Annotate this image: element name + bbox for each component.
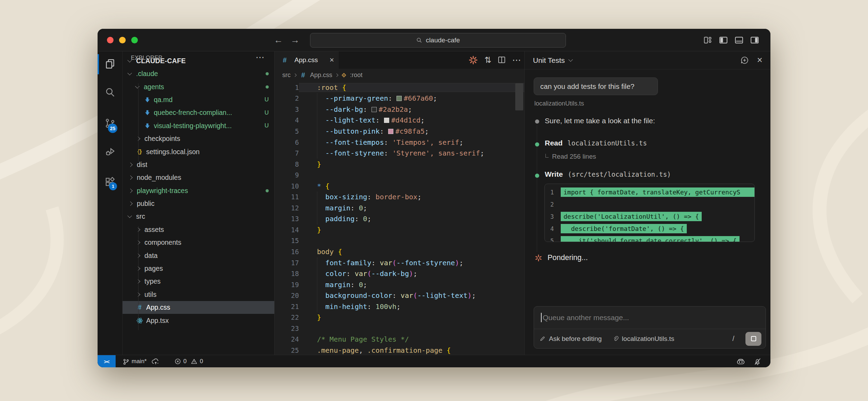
tree-item[interactable]: data: [123, 249, 274, 262]
scrollbar-slider[interactable]: [515, 83, 523, 110]
back-arrow-icon[interactable]: ←: [274, 34, 283, 46]
write-tool-call[interactable]: Write (src/test/localization.ts): [545, 170, 671, 178]
claude-code-icon[interactable]: [468, 55, 478, 65]
line-number: 3: [275, 106, 299, 113]
publish-changes-icon[interactable]: [152, 358, 158, 365]
breadcrumb[interactable]: src # App.css :root: [275, 69, 525, 81]
chevron-right-icon: [128, 162, 133, 167]
tree-item-label: checkpoints: [144, 135, 180, 143]
stop-button[interactable]: [745, 332, 761, 346]
tree-item[interactable]: {}settings.local.json: [123, 145, 274, 158]
chat-title[interactable]: Unit Tests: [533, 56, 565, 65]
tree-item[interactable]: pages: [123, 262, 274, 275]
activity-bar: 25 1: [98, 51, 123, 355]
attached-file-chip[interactable]: localizationUtils.ts: [613, 335, 674, 343]
attached-file-label[interactable]: localizationUtils.ts: [534, 100, 584, 107]
run-debug-icon[interactable]: [104, 145, 116, 157]
customize-layout-icon[interactable]: [703, 35, 712, 45]
tree-item[interactable]: utils: [123, 288, 274, 301]
notifications-muted-bell-icon[interactable]: [753, 357, 762, 366]
tab-app-css[interactable]: # App.css ×: [275, 51, 339, 69]
tree-item[interactable]: qa.mdU: [123, 93, 274, 106]
warning-count: 0: [200, 358, 203, 365]
line-number: 5: [275, 127, 299, 135]
editor-more-actions-icon[interactable]: ⋯: [512, 55, 521, 66]
chevron-down-icon[interactable]: [568, 57, 573, 62]
tree-item[interactable]: playwright-traces: [123, 184, 274, 197]
copilot-icon[interactable]: [736, 357, 745, 366]
tree-item[interactable]: checkpoints: [123, 132, 274, 145]
user-message-bubble: can you add tests for this file?: [534, 77, 658, 95]
edit-mode-label[interactable]: Ask before editing: [549, 335, 602, 343]
warnings-icon: [191, 358, 197, 365]
tree-item[interactable]: components: [123, 236, 274, 249]
errors-icon: [175, 358, 181, 365]
tree-item[interactable]: dist: [123, 158, 274, 171]
code-line: 21 min-height: 100vh;: [275, 301, 525, 312]
chevron-down-icon: [127, 71, 132, 75]
slash-command-hint[interactable]: /: [732, 335, 734, 343]
tool-result-text: Read 256 lines: [552, 153, 596, 160]
diff-code-block[interactable]: 1import { formatDate, translateKey, getC…: [544, 184, 755, 242]
toggle-secondary-sidebar-icon[interactable]: [750, 35, 759, 45]
chat-input-box[interactable]: Queue another message... Ask before edit…: [534, 306, 766, 349]
close-panel-icon[interactable]: ×: [757, 55, 762, 66]
tree-item[interactable]: quebec-french-complian...U: [123, 106, 274, 119]
line-number: 10: [275, 182, 299, 190]
breadcrumb-symbol[interactable]: :root: [350, 72, 362, 79]
tree-item[interactable]: App.tsx: [123, 314, 274, 327]
git-status-badge: U: [265, 109, 269, 116]
minimize-window-button[interactable]: [119, 37, 126, 43]
tree-item[interactable]: types: [123, 275, 274, 288]
maximize-window-button[interactable]: [131, 37, 138, 43]
code-line: 6 --font-tiempos: 'Tiempos', serif;: [275, 137, 525, 148]
code-line: 13 padding: 0;: [275, 214, 525, 225]
chat-input-placeholder[interactable]: Queue another message...: [543, 314, 629, 322]
breadcrumb-folder[interactable]: src: [282, 72, 291, 79]
explorer-more-actions-icon[interactable]: ⋯: [256, 51, 265, 65]
read-tool-call[interactable]: Read localizationUtils.ts: [545, 139, 647, 147]
toggle-primary-sidebar-icon[interactable]: [719, 35, 728, 45]
command-center-search[interactable]: claude-cafe: [310, 33, 566, 48]
tree-item[interactable]: visual-testing-playwright...U: [123, 119, 274, 132]
line-number: 11: [275, 193, 299, 201]
tree-item[interactable]: public: [123, 197, 274, 210]
tree-item[interactable]: src: [123, 210, 274, 223]
tree-item[interactable]: .claude: [123, 67, 274, 80]
tree-item[interactable]: #App.css: [123, 301, 274, 314]
close-window-button[interactable]: [107, 37, 114, 43]
error-count: 0: [183, 358, 186, 365]
extensions-badge: 1: [109, 182, 117, 190]
breadcrumb-file[interactable]: App.css: [310, 72, 332, 79]
tree-item-label: utils: [144, 291, 157, 299]
code-line: 11 box-sizing: border-box;: [275, 191, 525, 202]
toggle-panel-icon[interactable]: [734, 35, 744, 45]
write-tool-bullet-icon: [535, 174, 539, 178]
tree-item-label: agents: [144, 83, 164, 91]
new-chat-icon[interactable]: [740, 56, 749, 65]
workspace-title: claude-cafe: [426, 36, 460, 44]
explorer-icon[interactable]: [104, 58, 116, 70]
tree-item[interactable]: node_modules: [123, 171, 274, 184]
code-line: 7 --font-styrene: 'Styrene', sans-serif;: [275, 148, 525, 159]
chevron-right-icon: [128, 201, 133, 206]
tree-item[interactable]: assets: [123, 223, 274, 236]
line-number: 15: [275, 237, 299, 244]
split-editor-icon[interactable]: [497, 56, 506, 65]
problems-item[interactable]: 0 0: [175, 355, 203, 367]
claude-chat-panel: Unit Tests × can you add tests for this …: [524, 51, 770, 355]
remote-indicator[interactable]: ><: [98, 355, 116, 367]
code-editor[interactable]: 1:root {2 --primary-green: #667a60;3 --d…: [275, 81, 525, 355]
close-tab-icon[interactable]: ×: [329, 56, 334, 65]
search-view-icon[interactable]: [104, 86, 116, 98]
editor-tab-bar: # App.css × ⇅ ⋯: [275, 51, 525, 69]
line-number: 21: [275, 303, 299, 310]
line-number: 14: [275, 226, 299, 234]
added-line: describe('LocalizationUtil', () => {: [561, 212, 702, 221]
diff-changes-icon[interactable]: ⇅: [484, 55, 491, 65]
diff-line: 5 it('should format date correctly', () …: [545, 235, 754, 242]
tree-item[interactable]: agents: [123, 80, 274, 93]
forward-arrow-icon[interactable]: →: [291, 34, 300, 46]
code-line: 15: [275, 235, 525, 247]
git-branch-item[interactable]: main*: [123, 355, 158, 367]
